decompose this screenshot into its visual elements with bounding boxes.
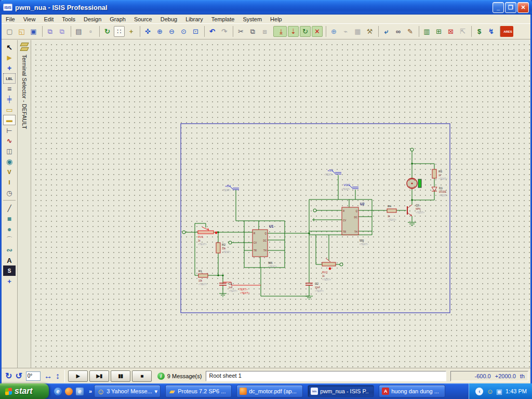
mirror-horizontal-button[interactable]: ↔ [44, 371, 52, 381]
message-info-icon[interactable]: i [157, 373, 165, 380]
sim-step-button[interactable]: ▶▮ [89, 370, 109, 382]
task-huong-dan-doc[interactable]: A huong dan dung ... [379, 385, 445, 397]
ic-u2-555[interactable]: U2 R CV TR Q DC TH 555 <TEXT> [342, 202, 368, 246]
sim-play-button[interactable]: ▶ [68, 370, 88, 382]
menu-item[interactable]: Template [207, 16, 239, 23]
task-yahoo-messenger[interactable]: ☺ 3 Yahoo! Messe... ▾ [94, 385, 161, 397]
object-selector[interactable]: Terminal Selector - DEFAULT [18, 40, 31, 368]
junction-dot-mode-button[interactable]: + [3, 63, 16, 73]
schematic-drawing[interactable]: <TEXT> <TEXT> +5V <TEXT> +5V <TEXT> VCC … [31, 40, 530, 368]
terminal-default-icon[interactable] [20, 43, 29, 46]
quicklaunch-ie-icon[interactable]: e [54, 388, 62, 395]
ic-u1-555[interactable]: U1 R CV TR Q DC TH 555 <TEXT> [252, 224, 277, 268]
zoom-to-area-button[interactable]: ⊕ [326, 26, 339, 37]
remove-sheet-button[interactable]: ⊠ [445, 26, 456, 37]
menu-item[interactable]: Source [130, 16, 156, 23]
menu-item[interactable]: Tools [58, 16, 79, 23]
edit-properties-button[interactable]: ⚒ [364, 26, 375, 37]
tape-recorder-mode-button[interactable]: ◫ [3, 146, 16, 156]
rotate-clockwise-button[interactable]: ↻ [5, 371, 12, 381]
menu-item[interactable]: Graph [105, 16, 130, 23]
current-probe-mode-button[interactable]: I [3, 177, 16, 188]
schematic-canvas[interactable]: <TEXT> <TEXT> +5V <TEXT> +5V <TEXT> VCC … [31, 40, 530, 368]
resistor-r1[interactable]: R1 10k <TEXT> [198, 270, 208, 286]
rotate-anticlockwise-button[interactable]: ↺ [15, 371, 22, 381]
menu-item[interactable]: Help [266, 16, 286, 23]
undo-button[interactable]: ↶ [204, 26, 218, 37]
wire-label-mode-button[interactable]: LBL [3, 73, 16, 84]
start-button[interactable]: start [0, 383, 49, 399]
pan-button[interactable]: ✜ [140, 26, 153, 37]
zoom-out-button[interactable]: ⊖ [166, 26, 177, 37]
mirror-vertical-button[interactable]: ↕ [56, 371, 60, 381]
quicklaunch-firefox-icon[interactable] [65, 388, 73, 395]
export-section-button[interactable]: ⧉ [57, 26, 68, 37]
task-dc-motor-pdf[interactable]: dc_motor.pdf (ap... [236, 385, 303, 397]
restore-button[interactable]: ❐ [505, 2, 516, 13]
zoom-all-button[interactable]: ⊙ [178, 26, 189, 37]
wire-autorouter-button[interactable]: ⤶ [378, 26, 392, 37]
2d-symbol-button[interactable]: S [3, 265, 16, 276]
tray-collapse-chevron[interactable]: ‹ [475, 388, 483, 395]
generator-mode-button[interactable]: ◉ [3, 156, 16, 167]
title-bar[interactable]: ISIS pwm_nua - ISIS Professional _ ❐ ✕ [0, 0, 532, 15]
copy-block-button[interactable]: ⤓ [273, 26, 287, 37]
wires[interactable] [185, 151, 434, 296]
import-section-button[interactable]: ⧉ [42, 26, 56, 37]
paste-button[interactable]: ⧈ [259, 26, 270, 37]
toggle-grid-button[interactable]: ∷ [114, 26, 125, 37]
redraw-button[interactable]: ↻ [99, 26, 113, 37]
task-pwm-nua-isis[interactable]: isis pwm_nua - ISIS P... [308, 385, 374, 397]
menu-item[interactable]: System [238, 16, 266, 23]
2d-line-button[interactable]: ╱ [3, 200, 16, 214]
virtual-instruments-mode-button[interactable]: ◷ [3, 188, 16, 198]
2d-circle-button[interactable]: ● [3, 224, 16, 234]
resistor-r2[interactable]: R2 10k <TEXT> [216, 243, 231, 254]
rotation-angle-input[interactable] [26, 371, 41, 381]
menu-item[interactable]: Design [79, 16, 105, 23]
voltage-probe-mode-button[interactable]: V [3, 167, 16, 177]
property-assignment-button[interactable]: ✎ [405, 26, 416, 37]
dc-motor[interactable] [407, 178, 421, 189]
electrical-rule-check-button[interactable]: ↯ [486, 26, 497, 37]
potentiometer-rv2[interactable]: RV2 1k <TEXT> [322, 258, 336, 281]
goto-master-sheet-button[interactable]: ⇱ [457, 26, 468, 37]
save-file-button[interactable]: ▣ [28, 26, 39, 37]
quicklaunch-explorer-icon[interactable]: e [76, 388, 84, 395]
potentiometer-rv1[interactable]: RV1 1k <TEXT> [198, 227, 217, 246]
move-block-button[interactable]: ⇣ [288, 26, 299, 37]
goto-component-button[interactable]: ⌁ [340, 26, 351, 37]
message-count[interactable]: 9 Message(s) [167, 373, 202, 379]
device-pin-mode-button[interactable]: ⊢ [3, 125, 16, 136]
power-terminal-u2b[interactable] [349, 185, 358, 189]
tray-network-icon[interactable]: ▣ [496, 388, 502, 395]
zoom-area-button[interactable]: ⊡ [190, 26, 201, 37]
task-proteus-folder[interactable]: ▰ Proteus 7.2 SP6 ... [165, 385, 232, 397]
power-terminal-u1[interactable] [230, 186, 239, 190]
design-explorer-button[interactable]: ▥ [419, 26, 432, 37]
netlist-to-ares-button[interactable]: ARES [500, 26, 513, 37]
zoom-in-button[interactable]: ⊕ [154, 26, 165, 37]
tray-yahoo-icon[interactable]: ☺ [486, 388, 493, 395]
selection-mode-button[interactable]: ↖ [3, 42, 16, 52]
transistor-q1[interactable]: Q1 NPN <TEXT> [407, 204, 424, 216]
sim-stop-button[interactable]: ■ [132, 370, 152, 382]
print-button[interactable]: ▤ [71, 26, 84, 37]
new-sheet-button[interactable]: ⊞ [433, 26, 444, 37]
menu-item[interactable]: View [19, 16, 40, 23]
2d-arc-button[interactable]: ⌒ [3, 234, 16, 245]
bill-of-materials-button[interactable]: $ [471, 26, 485, 37]
delete-block-button[interactable]: ✕ [312, 26, 323, 37]
rotate-block-button[interactable]: ↻ [300, 26, 311, 37]
bus-mode-button[interactable]: ╪ [3, 94, 16, 104]
sim-pause-button[interactable]: ▮▮ [111, 370, 130, 382]
resistor-r4[interactable]: R4 1k <TEXT> [387, 205, 396, 221]
menu-item[interactable]: Debug [156, 16, 181, 23]
goto-package-button[interactable]: ▦ [352, 26, 363, 37]
graph-mode-button[interactable]: ∿ [3, 136, 16, 146]
close-button[interactable]: ✕ [517, 2, 529, 13]
copy-button[interactable]: ⧉ [247, 26, 258, 37]
mark-output-area-button[interactable]: ▫ [85, 26, 96, 37]
2d-markers-button[interactable]: + [3, 276, 16, 286]
capacitor-c2[interactable]: C2 10nF <TEXT> [305, 282, 324, 292]
